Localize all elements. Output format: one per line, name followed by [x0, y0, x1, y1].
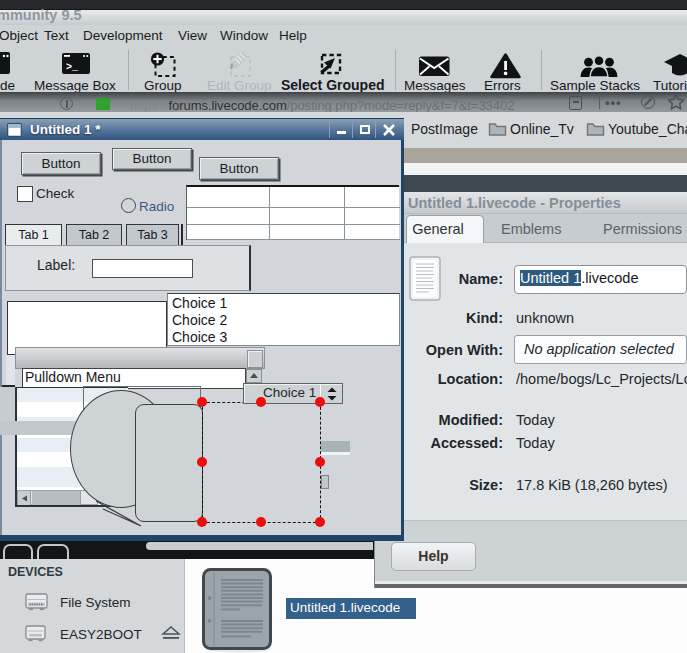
svg-text:>_: >_	[66, 62, 79, 73]
